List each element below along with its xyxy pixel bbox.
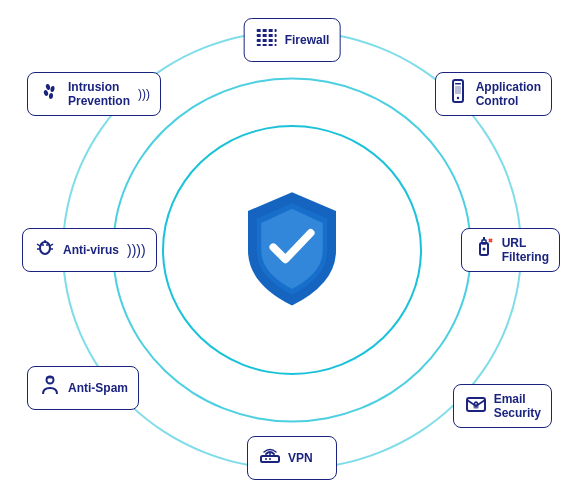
intrusion-label: IntrusionPrevention: [68, 80, 130, 109]
svg-rect-5: [267, 29, 269, 46]
svg-rect-18: [473, 405, 478, 409]
feature-firewall: Firewall: [244, 18, 341, 62]
intrusion-icon: [38, 79, 62, 109]
url-filtering-icon: [472, 235, 496, 265]
url-filtering-label: URLFiltering: [502, 236, 549, 265]
shield-center: [232, 180, 352, 320]
antivirus-wave-icon: )))): [127, 242, 146, 258]
svg-point-35: [43, 89, 49, 96]
feature-intrusion-prevention: IntrusionPrevention ))): [27, 72, 161, 116]
app-control-label: ApplicationControl: [476, 80, 541, 109]
antivirus-label: Anti-virus: [63, 243, 119, 257]
feature-antispam: Anti-Spam: [27, 366, 139, 410]
antispam-label: Anti-Spam: [68, 381, 128, 395]
intrusion-wave-icon: ))): [138, 87, 150, 101]
svg-point-33: [45, 84, 50, 91]
svg-line-28: [37, 244, 40, 246]
email-security-icon: [464, 391, 488, 421]
svg-rect-24: [46, 377, 54, 379]
svg-point-21: [269, 458, 271, 460]
svg-point-9: [456, 97, 458, 99]
svg-point-34: [50, 86, 55, 93]
svg-line-30: [50, 244, 53, 246]
svg-rect-10: [455, 86, 461, 94]
svg-point-13: [482, 248, 485, 251]
email-security-label: EmailSecurity: [494, 392, 541, 421]
firewall-icon: [255, 25, 279, 55]
svg-rect-6: [273, 29, 275, 46]
svg-rect-4: [261, 29, 263, 46]
feature-email-security: EmailSecurity: [453, 384, 552, 428]
diagram-container: Firewall ApplicationControl: [22, 10, 562, 490]
svg-rect-8: [455, 83, 461, 85]
antivirus-icon: [33, 235, 57, 265]
feature-antivirus: Anti-virus )))): [22, 228, 157, 272]
app-control-icon: [446, 79, 470, 109]
antispam-icon: [38, 373, 62, 403]
feature-url-filtering: URLFiltering: [461, 228, 560, 272]
feature-app-control: ApplicationControl: [435, 72, 552, 116]
vpn-icon: [258, 443, 282, 473]
svg-point-26: [42, 244, 44, 246]
vpn-label: VPN: [288, 451, 313, 465]
svg-point-27: [46, 244, 48, 246]
firewall-label: Firewall: [285, 33, 330, 47]
svg-point-36: [49, 93, 54, 99]
feature-vpn: VPN: [247, 436, 337, 480]
svg-point-25: [40, 242, 50, 254]
svg-point-20: [265, 458, 267, 460]
